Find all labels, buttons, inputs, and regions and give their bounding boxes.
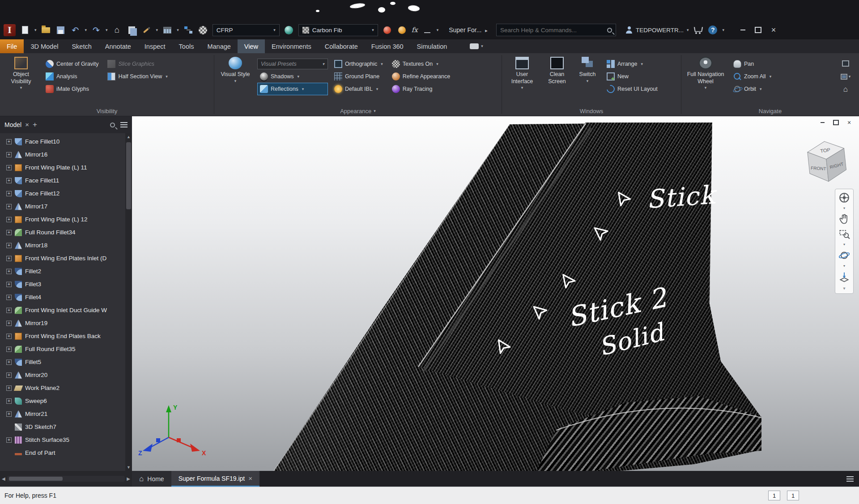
zoom-all-button[interactable]: Zoom All bbox=[731, 70, 774, 83]
expand-toggle-icon[interactable] bbox=[6, 256, 12, 261]
browser-tree-item[interactable]: Mirror17 bbox=[3, 200, 132, 213]
sketch-dropdown-caret[interactable] bbox=[156, 28, 158, 32]
paste-button[interactable] bbox=[127, 25, 137, 35]
scroll-up-icon[interactable]: ▲ bbox=[127, 133, 131, 140]
ribbon-tab[interactable]: Inspect bbox=[138, 39, 172, 53]
textures-on-button[interactable]: Textures On bbox=[389, 58, 453, 70]
measure-dropdown-caret[interactable] bbox=[437, 28, 439, 32]
undo-button[interactable] bbox=[70, 25, 81, 35]
sketch-button[interactable] bbox=[141, 25, 152, 35]
open-button[interactable] bbox=[41, 25, 51, 35]
help-dropdown-caret[interactable] bbox=[722, 28, 724, 32]
navbar-more-icon[interactable]: ▾ bbox=[843, 286, 845, 291]
browser-tree-item[interactable]: Mirror19 bbox=[3, 317, 132, 330]
scroll-down-icon[interactable]: ▼ bbox=[127, 464, 131, 471]
doc-minimize-button[interactable] bbox=[819, 119, 826, 126]
expand-toggle-icon[interactable] bbox=[6, 269, 12, 274]
save-button[interactable] bbox=[55, 25, 66, 35]
expand-toggle-icon[interactable] bbox=[6, 347, 12, 352]
browser-tree-item[interactable]: Sweep6 bbox=[3, 394, 132, 407]
browser-tree-item[interactable]: Front Wing Plate (L) 12 bbox=[3, 213, 132, 226]
hscrollbar-track[interactable] bbox=[7, 476, 125, 482]
ribbon-tab[interactable]: Environments bbox=[265, 39, 318, 53]
full-navigation-wheel-icon[interactable] bbox=[838, 192, 850, 203]
browser-tree-item[interactable]: Full Round Fillet35 bbox=[3, 343, 132, 356]
default-ibl-caret[interactable] bbox=[376, 87, 378, 91]
browser-tree-item[interactable]: Face Fillet12 bbox=[3, 187, 132, 200]
expand-toggle-icon[interactable] bbox=[6, 398, 12, 404]
home-view-button[interactable] bbox=[837, 84, 855, 95]
ribbon-tab[interactable]: Collaborate bbox=[318, 39, 365, 53]
expand-toggle-icon[interactable] bbox=[6, 191, 12, 196]
document-tab-close-icon[interactable] bbox=[248, 474, 252, 482]
adjust-color-button[interactable] bbox=[397, 25, 408, 35]
search-box[interactable] bbox=[496, 24, 616, 36]
document-tab-active[interactable]: Super Formula SF19.ipt bbox=[171, 471, 259, 487]
window-minimize-button[interactable] bbox=[736, 25, 750, 35]
home-tab[interactable]: Home bbox=[132, 471, 171, 487]
browser-tree-item[interactable]: Fillet2 bbox=[3, 265, 132, 278]
new-window-button[interactable]: New bbox=[604, 70, 660, 83]
new-file-dropdown-caret[interactable] bbox=[34, 28, 37, 32]
zoom-window-icon[interactable] bbox=[838, 228, 850, 240]
reset-ui-layout-button[interactable]: Reset UI Layout bbox=[604, 83, 660, 95]
expand-toggle-icon[interactable] bbox=[6, 139, 12, 144]
browser-tree-item[interactable]: Fillet3 bbox=[3, 278, 132, 291]
browser-add-tab-icon[interactable] bbox=[33, 120, 37, 129]
ribbon-tab[interactable]: Annotate bbox=[98, 39, 138, 53]
account-menu[interactable]: TEDPOWERTR... bbox=[625, 26, 689, 34]
adjust-button[interactable] bbox=[382, 25, 393, 35]
navbar-caret-icon[interactable] bbox=[843, 243, 845, 246]
arrange-caret[interactable] bbox=[641, 62, 643, 66]
material-select[interactable]: CFRP bbox=[213, 24, 280, 36]
fx-parameters-button[interactable]: fx bbox=[412, 26, 418, 34]
redo-button[interactable] bbox=[91, 25, 102, 35]
browser-tab-model[interactable]: Model bbox=[4, 121, 21, 128]
browser-horizontal-scrollbar[interactable]: ◀ ▶ bbox=[0, 471, 132, 487]
view-cube[interactable]: TOP FRONT RIGHT bbox=[796, 130, 857, 191]
hscrollbar-thumb[interactable] bbox=[9, 477, 63, 481]
expand-toggle-icon[interactable] bbox=[6, 152, 12, 157]
app-store-button[interactable] bbox=[693, 25, 703, 35]
expand-toggle-icon[interactable] bbox=[6, 243, 12, 248]
scrollbar-track[interactable] bbox=[125, 140, 132, 464]
doc-panel-button[interactable] bbox=[837, 58, 855, 69]
ribbon-tab[interactable]: Fusion 360 bbox=[365, 39, 410, 53]
expand-toggle-icon[interactable] bbox=[6, 437, 12, 443]
navbar-caret-icon[interactable] bbox=[843, 207, 845, 210]
group-label-appearance[interactable]: Appearance bbox=[217, 106, 499, 116]
expand-toggle-icon[interactable] bbox=[6, 204, 12, 209]
orbit-caret[interactable] bbox=[760, 87, 762, 91]
reflections-caret[interactable] bbox=[302, 87, 304, 91]
scroll-left-icon[interactable]: ◀ bbox=[2, 476, 5, 481]
expand-toggle-icon[interactable] bbox=[6, 411, 12, 417]
look-at-icon[interactable] bbox=[838, 271, 850, 283]
new-file-button[interactable] bbox=[20, 25, 30, 35]
redo-dropdown-caret[interactable] bbox=[106, 28, 108, 32]
browser-tree-item[interactable]: Stitch Surface35 bbox=[3, 433, 132, 446]
workflow-button[interactable] bbox=[183, 25, 194, 35]
browser-close-icon[interactable] bbox=[25, 121, 29, 129]
document-switcher[interactable]: Super For... bbox=[449, 26, 488, 34]
browser-tree-item[interactable]: Mirror18 bbox=[3, 239, 132, 252]
ribbon-tab[interactable]: File bbox=[0, 39, 24, 53]
ribbon-tab[interactable]: Manage bbox=[200, 39, 237, 53]
browser-tree-item[interactable]: End of Part bbox=[3, 446, 132, 459]
expand-toggle-icon[interactable] bbox=[6, 360, 12, 365]
parameters-button[interactable] bbox=[162, 25, 173, 35]
browser-tree-item[interactable]: 3D Sketch7 bbox=[3, 420, 132, 433]
browser-tree-item[interactable]: Front Wing End Plates Back bbox=[3, 330, 132, 343]
doc-close-button[interactable] bbox=[846, 119, 853, 126]
center-of-gravity-button[interactable]: Center of Gravity bbox=[43, 58, 101, 70]
parameters-dropdown-caret[interactable] bbox=[177, 28, 179, 32]
material-browser-button[interactable] bbox=[198, 25, 208, 35]
expand-toggle-icon[interactable] bbox=[6, 217, 12, 222]
browser-tree-item[interactable]: Mirror20 bbox=[3, 368, 132, 381]
navbar-caret-icon[interactable] bbox=[843, 264, 845, 268]
browser-tree-item[interactable]: Face Fillet11 bbox=[3, 174, 132, 187]
half-section-view-button[interactable]: Half Section View bbox=[105, 70, 170, 83]
browser-tree-item[interactable]: Face Fillet10 bbox=[3, 135, 132, 148]
textures-caret[interactable] bbox=[436, 62, 438, 66]
browser-tree-item[interactable]: Work Plane2 bbox=[3, 381, 132, 394]
ribbon-tab[interactable]: Simulation bbox=[410, 39, 454, 53]
